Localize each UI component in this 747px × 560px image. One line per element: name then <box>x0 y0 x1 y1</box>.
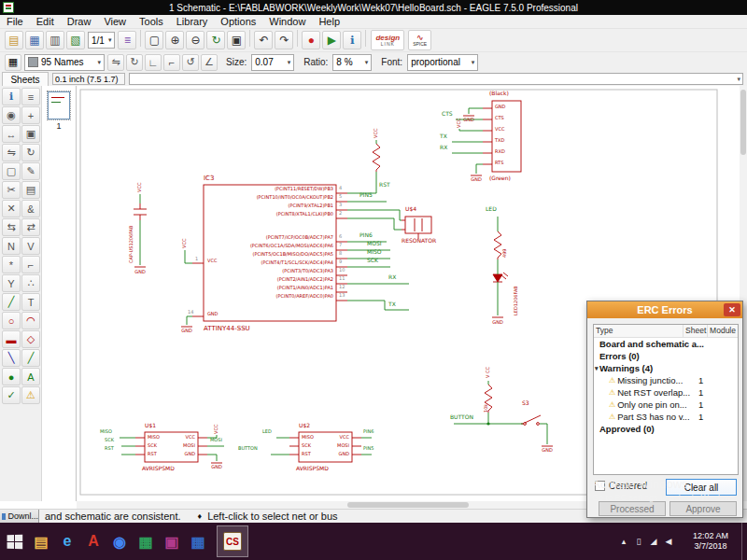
menu-library[interactable]: Library <box>170 16 215 27</box>
add-tool[interactable]: & <box>21 200 40 217</box>
pinswap-tool[interactable]: ⇆ <box>2 218 21 236</box>
taskbar-icon-internet-explorer[interactable]: e <box>54 523 80 560</box>
taskbar-eagle-button[interactable]: CS <box>217 525 248 557</box>
polygon-tool[interactable]: ◇ <box>21 330 40 348</box>
zoom-redraw-button[interactable]: ↻ <box>206 31 225 49</box>
erc-dialog-titlebar[interactable]: ERC Errors ✕ <box>587 301 742 318</box>
approve-button[interactable]: Approve <box>669 501 737 516</box>
menu-options[interactable]: Options <box>214 16 262 27</box>
zoom-in-button[interactable]: ⊕ <box>165 31 184 49</box>
display-tool[interactable]: ≡ <box>21 88 40 105</box>
menu-edit[interactable]: Edit <box>30 16 61 27</box>
delete-tool[interactable]: ✕ <box>2 200 21 217</box>
close-icon[interactable]: ✕ <box>724 303 740 316</box>
print-button[interactable]: ▥ <box>46 31 64 49</box>
erc-row[interactable]: Board and schematic a... <box>594 338 738 350</box>
split-tool[interactable]: Y <box>2 274 21 292</box>
sheet-selector-combo[interactable]: 1/1 ▾ <box>88 32 115 49</box>
font-combo[interactable]: proportional▾ <box>407 54 478 71</box>
erc-row[interactable]: ⚠Net RST overlap...1 <box>594 386 738 399</box>
designlink-button[interactable]: design LINK <box>371 30 404 50</box>
arc-tool[interactable]: ◠ <box>21 312 40 329</box>
board-button[interactable]: ▧ <box>66 31 85 49</box>
battery-icon[interactable]: ▯ <box>631 537 646 546</box>
net-tool[interactable]: ╱ <box>21 349 40 367</box>
expander-icon[interactable]: ▾ <box>595 365 599 372</box>
erc-row[interactable]: ⚠Missing junctio...1 <box>594 374 738 386</box>
sheet-thumbnail[interactable] <box>48 91 70 119</box>
erc-tool[interactable]: ✓ <box>2 386 21 404</box>
network-icon[interactable]: ◢ <box>646 537 661 546</box>
taskbar-clock[interactable]: 12:02 AM 3/7/2018 <box>684 531 738 552</box>
text-tool[interactable]: T <box>21 293 40 311</box>
mark-tool[interactable]: + <box>21 106 40 124</box>
open-folder-button[interactable]: ▤ <box>5 31 23 49</box>
tab-sheets[interactable]: Sheets <box>2 72 49 86</box>
spin-button[interactable]: ↺ <box>182 54 199 71</box>
column-module[interactable]: Module <box>708 325 738 337</box>
column-type[interactable]: Type <box>594 325 684 337</box>
grid-button[interactable]: ▦ <box>5 54 21 71</box>
show-desktop-button[interactable] <box>741 523 747 560</box>
value-tool[interactable]: V <box>21 237 40 255</box>
errors-tool[interactable]: ⚠ <box>21 386 40 404</box>
junction-tool[interactable]: ● <box>2 368 21 385</box>
command-line-input[interactable]: ▾ <box>129 73 743 85</box>
rotate-tool[interactable]: ↻ <box>21 144 40 161</box>
paste-tool[interactable]: ▤ <box>21 181 40 199</box>
angle-button[interactable]: ∠ <box>201 54 218 71</box>
erc-row[interactable]: Approved (0) <box>594 423 738 435</box>
bus-tool[interactable]: ╲ <box>2 349 21 367</box>
column-sheet[interactable]: Sheet <box>684 325 708 337</box>
name-tool[interactable]: N <box>2 237 21 255</box>
redo-button[interactable]: ↷ <box>275 31 293 49</box>
taskbar-icon-calculator[interactable]: ▦ <box>185 523 211 560</box>
angle-up-button[interactable]: ⌐ <box>163 54 180 71</box>
scrollbar-thumb[interactable] <box>740 90 746 155</box>
menu-help[interactable]: Help <box>312 16 346 27</box>
go-button[interactable]: ▶ <box>322 31 341 49</box>
info-button[interactable]: ℹ <box>343 31 361 49</box>
wire-tool[interactable]: ╱ <box>2 293 21 311</box>
erc-row[interactable]: ⚠Only one pin on...1 <box>594 399 738 411</box>
change-tool[interactable]: ✎ <box>21 162 40 180</box>
group-tool[interactable]: ▢ <box>2 162 21 180</box>
minimized-download-window[interactable]: Downl... <box>0 510 39 524</box>
mirror-button[interactable]: ⇋ <box>107 54 124 71</box>
save-button[interactable]: ▦ <box>25 31 44 49</box>
cut-tool[interactable]: ✂ <box>2 181 21 199</box>
erc-row[interactable]: Errors (0) <box>594 350 738 362</box>
taskbar-icon-file-explorer[interactable]: ▤ <box>28 523 54 560</box>
display-layers-button[interactable]: ≡ <box>118 31 136 49</box>
volume-icon[interactable]: ◀ <box>661 537 676 546</box>
processed-button[interactable]: Processed <box>599 501 666 516</box>
menu-window[interactable]: Window <box>262 16 312 27</box>
taskbar-icon-photos[interactable]: ▣ <box>159 523 185 560</box>
size-combo[interactable]: 0.07▾ <box>251 54 294 71</box>
centered-checkbox[interactable]: Centered <box>595 481 647 491</box>
menu-tools[interactable]: Tools <box>133 16 170 27</box>
scrollbar-thumb[interactable] <box>347 502 469 508</box>
checkbox-icon[interactable] <box>595 481 605 491</box>
menu-file[interactable]: File <box>0 16 30 27</box>
invoke-tool[interactable]: ∴ <box>21 274 40 292</box>
angle-right-button[interactable]: ∟ <box>145 54 162 71</box>
taskbar-icon-chrome[interactable]: ◉ <box>106 523 133 560</box>
zoom-out-button[interactable]: ⊖ <box>186 31 204 49</box>
menu-draw[interactable]: Draw <box>61 16 98 27</box>
miter-tool[interactable]: ⌐ <box>21 256 40 273</box>
show-hidden-icons-icon[interactable]: ▴ <box>616 537 631 546</box>
layer-combo[interactable]: 95 Names ▾ <box>24 54 105 71</box>
show-tool[interactable]: ◉ <box>2 106 21 124</box>
label-tool[interactable]: A <box>21 368 40 385</box>
menu-view[interactable]: View <box>97 16 133 27</box>
zoom-fit-button[interactable]: ▢ <box>145 31 163 49</box>
replace-tool[interactable]: ⇄ <box>21 218 40 236</box>
taskbar-icon-excel[interactable]: ▦ <box>133 523 159 560</box>
smash-tool[interactable]: * <box>2 256 21 273</box>
info-tool[interactable]: ℹ <box>2 88 21 105</box>
zoom-select-button[interactable]: ▣ <box>227 31 246 49</box>
start-button[interactable] <box>0 523 28 560</box>
mirror-tool[interactable]: ⇋ <box>2 144 21 161</box>
stop-button[interactable]: ● <box>302 31 320 49</box>
